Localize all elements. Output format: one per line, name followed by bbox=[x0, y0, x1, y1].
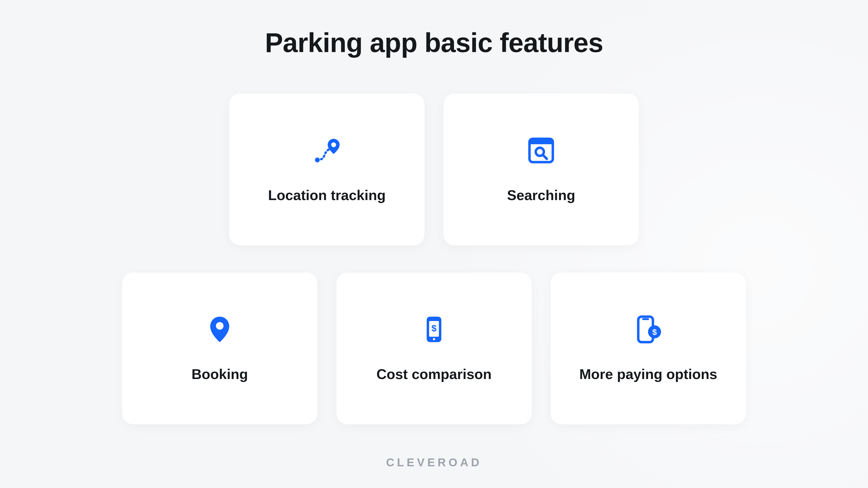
feature-row-1: Location tracking Searching bbox=[229, 94, 639, 246]
svg-text:$: $ bbox=[652, 327, 657, 336]
feature-card-location-tracking: Location tracking bbox=[229, 94, 425, 246]
feature-label: More paying options bbox=[579, 366, 717, 382]
feature-row-2: Booking $ Cost comparison $ bbox=[122, 272, 746, 424]
page-title: Parking app basic features bbox=[265, 27, 603, 58]
feature-label: Location tracking bbox=[268, 187, 385, 203]
svg-point-11 bbox=[433, 338, 435, 340]
svg-point-1 bbox=[331, 142, 336, 147]
search-window-icon bbox=[526, 135, 556, 165]
brand-logo: CLEVEROAD bbox=[386, 456, 482, 469]
feature-label: Cost comparison bbox=[376, 366, 492, 382]
svg-line-6 bbox=[543, 155, 547, 159]
feature-card-cost-comparison: $ Cost comparison bbox=[336, 272, 532, 424]
svg-text:$: $ bbox=[432, 323, 437, 333]
location-route-icon bbox=[312, 135, 342, 165]
feature-card-booking: Booking bbox=[122, 272, 317, 424]
svg-rect-4 bbox=[529, 141, 553, 144]
map-pin-icon bbox=[205, 315, 235, 344]
feature-label: Booking bbox=[191, 366, 248, 382]
feature-card-searching: Searching bbox=[443, 94, 639, 246]
svg-point-7 bbox=[216, 322, 223, 330]
feature-label: Searching bbox=[507, 187, 575, 203]
phone-coin-icon: $ bbox=[633, 315, 663, 344]
phone-dollar-icon: $ bbox=[419, 315, 449, 344]
feature-card-paying-options: $ More paying options bbox=[551, 272, 746, 424]
